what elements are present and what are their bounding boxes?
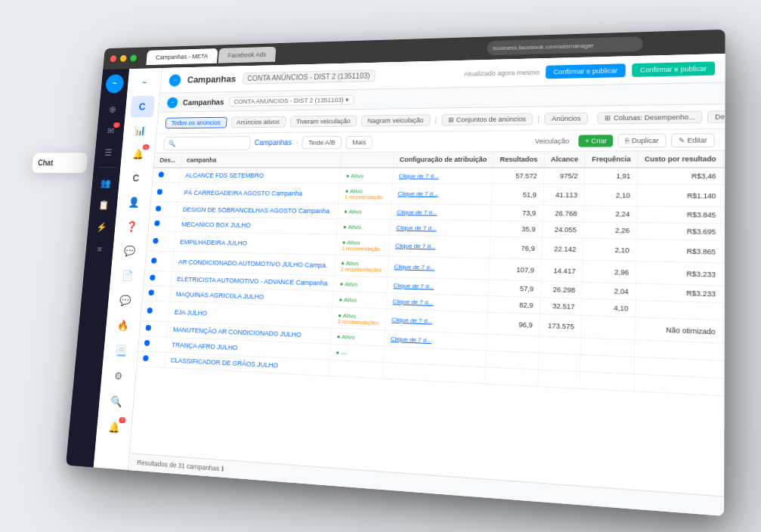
cell-dot bbox=[150, 202, 178, 217]
sidebar-item-messages[interactable]: ✉ 1 bbox=[99, 121, 121, 140]
sidebar-item-list[interactable]: ≡ bbox=[88, 239, 111, 258]
btn-test-ab[interactable]: Teste A/B bbox=[302, 136, 342, 149]
row-dot bbox=[155, 206, 161, 211]
th-results[interactable]: Resultados bbox=[493, 152, 544, 168]
filter-delivered[interactable]: Tiveram veiculação bbox=[289, 115, 357, 127]
campaigns-table: Des... campanha Configuração de atribuiç… bbox=[137, 151, 725, 399]
search-input[interactable] bbox=[163, 136, 251, 150]
filter-sep1: | bbox=[435, 116, 437, 125]
sidebar-item-people[interactable]: 👥 bbox=[94, 173, 116, 192]
cell-status: ● Ativo1 recomendação bbox=[338, 183, 391, 203]
cell-results: 35,9 bbox=[490, 221, 543, 237]
cell-status: ● Ativo bbox=[333, 276, 387, 293]
sidebar-item-lightning[interactable]: ⚡ bbox=[90, 217, 112, 237]
sidebar-item-menu[interactable]: ☰ bbox=[97, 143, 119, 162]
cell-attribution: Clique de 7 d... bbox=[391, 168, 493, 184]
th-status bbox=[340, 153, 394, 168]
nav-settings[interactable]: ⚙ bbox=[105, 363, 131, 388]
minimize-dot[interactable] bbox=[119, 55, 126, 62]
row-dot bbox=[148, 289, 154, 295]
th-cost[interactable]: Custo por resultado bbox=[637, 151, 723, 168]
sidebar-item-tasks[interactable]: 📋 bbox=[92, 195, 114, 215]
cell-attribution: Clique de 7 d... bbox=[388, 235, 490, 258]
btn-publish[interactable]: Confirmar e publicar bbox=[545, 63, 625, 79]
cell-budget bbox=[722, 286, 724, 305]
cell-results: 57,9 bbox=[488, 280, 540, 298]
filter-breakdown[interactable]: Detalhamento bbox=[707, 110, 725, 122]
cell-status bbox=[328, 360, 383, 379]
scene: Chat Campanhas - META Facebook Ads busin… bbox=[41, 32, 721, 500]
tab-campanhas[interactable]: Campanhas - META bbox=[146, 48, 218, 65]
cell-budget bbox=[722, 263, 724, 287]
url-bar[interactable]: business.facebook.com/adsmanager bbox=[487, 36, 643, 55]
maximize-dot[interactable] bbox=[130, 54, 137, 61]
account-tab[interactable]: CONTA ANÚNCIOS - DIST 2 (1351103) ▾ bbox=[229, 94, 354, 107]
row-dot bbox=[151, 258, 157, 264]
main-content: ~ Campanhas CONTA ANÚNCIOS - DIST 2 (135… bbox=[128, 54, 725, 516]
cell-campaign-name[interactable]: ALCANCE FDS SETEMBRO bbox=[179, 168, 340, 184]
filter-custom[interactable]: Nagram veiculação bbox=[360, 114, 430, 126]
sidebar-item-home[interactable]: ⊕ bbox=[101, 100, 123, 119]
cell-reach bbox=[538, 353, 580, 372]
th-budget[interactable]: Orçam... bbox=[723, 151, 725, 168]
sidebar-logo: ~ bbox=[105, 74, 125, 93]
cell-reach: 22.142 bbox=[541, 237, 583, 260]
nav-search[interactable]: 🔍 bbox=[103, 389, 128, 414]
cell-reach bbox=[538, 336, 580, 354]
th-reach[interactable]: Alcance bbox=[543, 152, 585, 168]
filter-ads[interactable]: Anúncios bbox=[544, 112, 588, 125]
nav-reports[interactable]: 📄 bbox=[114, 264, 140, 287]
nav-campaigns[interactable]: C bbox=[129, 96, 154, 118]
cell-reach bbox=[537, 370, 580, 388]
nav-content[interactable]: C bbox=[123, 167, 148, 189]
cell-status: ● Ativo bbox=[339, 168, 393, 184]
close-dot[interactable] bbox=[110, 55, 116, 62]
messages-badge: 1 bbox=[113, 122, 119, 128]
table-container: Des... campanha Configuração de atribuiç… bbox=[129, 151, 725, 496]
th-attribution[interactable]: Configuração de atribuição bbox=[393, 152, 493, 168]
cell-cost: R$3.845 bbox=[636, 206, 722, 224]
nav-docs[interactable]: 📃 bbox=[107, 339, 133, 363]
nav-chat[interactable]: 💬 bbox=[116, 240, 142, 262]
filter-columns[interactable]: ⊞ Colunas: Desempenho... bbox=[597, 110, 702, 124]
th-campaign[interactable]: campanha bbox=[180, 153, 341, 168]
btn-publish-alt[interactable]: Confirmar e publicar bbox=[632, 61, 715, 76]
cell-results: 57.572 bbox=[492, 168, 543, 184]
nav-notifications2[interactable]: 🔔 7 bbox=[101, 415, 126, 440]
btn-edit[interactable]: ✎ Editar bbox=[670, 133, 714, 147]
cell-status: ● Ativo2 recomendações bbox=[331, 307, 385, 330]
th-frequency[interactable]: Frequência bbox=[584, 151, 637, 167]
nav-analytics[interactable]: 📊 bbox=[127, 119, 152, 141]
nav-notifications[interactable]: 🔔 5 bbox=[125, 143, 150, 165]
cell-cost: R$1.140 bbox=[636, 184, 722, 207]
cell-attribution: Clique de 7 d... bbox=[387, 256, 489, 280]
url-text: business.facebook.com/adsmanager bbox=[493, 42, 593, 51]
chat-panel[interactable]: Chat bbox=[31, 153, 88, 173]
nav-account[interactable]: 👤 bbox=[121, 191, 146, 214]
account-label[interactable]: CONTA ANÚNCIOS - DIST 2 (1351103) bbox=[242, 70, 375, 85]
breadcrumb-campaigns[interactable]: Campanhas bbox=[254, 138, 292, 147]
nav-help[interactable]: ❓ bbox=[119, 215, 144, 238]
edit-label: Editar bbox=[687, 136, 707, 144]
nav-fire[interactable]: 🔥 bbox=[110, 314, 135, 338]
row-dot bbox=[153, 237, 159, 243]
cell-budget bbox=[722, 303, 725, 322]
browser-window: Campanhas - META Facebook Ads business.f… bbox=[66, 29, 725, 516]
btn-duplicate[interactable]: ⎘ Duplicar bbox=[617, 133, 666, 147]
btn-create[interactable]: + Criar bbox=[578, 135, 613, 147]
btn-mais[interactable]: Mais bbox=[345, 135, 373, 148]
filter-all[interactable]: Todos os anúncios bbox=[165, 116, 227, 128]
filter-adsets[interactable]: ⊞ Conjuntos de anúncios bbox=[441, 113, 533, 125]
cell-budget bbox=[722, 360, 725, 380]
app-container: ~ ⊕ ✉ 1 ☰ 👥 📋 ⚡ ≡ ~ C 📊 🔔 bbox=[66, 54, 725, 516]
cell-campaign-name[interactable]: DESIGN DE SOBRANCELHAS AGOSTO Campanha bbox=[176, 202, 338, 218]
cell-results bbox=[485, 367, 538, 387]
status-text: Atualizado agora mesmo bbox=[463, 68, 539, 77]
cell-attribution: Clique de 7 d... bbox=[389, 219, 490, 237]
breadcrumb-sep: › bbox=[295, 138, 299, 146]
row-dot bbox=[158, 172, 164, 177]
tab-facebook[interactable]: Facebook Ads bbox=[218, 47, 276, 63]
cell-campaign-name[interactable]: PÁ CARREGADEIRA AGOSTO Campanha bbox=[178, 183, 339, 204]
filter-active[interactable]: Anúncios ativos bbox=[230, 116, 286, 128]
nav-messages2[interactable]: 💬 bbox=[112, 289, 138, 312]
